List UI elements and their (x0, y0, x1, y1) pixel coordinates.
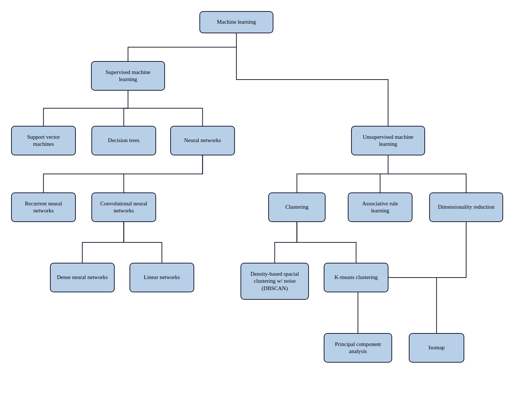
node-decision_trees: Decision trees (91, 126, 156, 155)
node-svm: Support vector machines (11, 126, 76, 155)
node-linear: Linear networks (129, 263, 194, 292)
node-cnn: Convolutional neural networks (91, 192, 156, 222)
node-clustering: Clustering (268, 192, 326, 222)
node-isomap: Isomap (409, 333, 464, 363)
node-unsupervised: Unsupervised machine learning (351, 126, 425, 155)
diagram: Machine learningSupervised machine learn… (0, 0, 532, 393)
node-associative: Associative rule learning (348, 192, 413, 222)
node-dimensionality: Dimensionality reduction (429, 192, 503, 222)
node-neural_networks: Neural networks (170, 126, 235, 155)
node-pca: Principal component analysis (324, 333, 392, 363)
node-kmeans: K-means clustering (324, 263, 388, 292)
node-dense: Dense neural networks (50, 263, 115, 292)
node-dbscan: Density-based spacial clustering w/ nois… (240, 263, 309, 300)
node-machine_learning: Machine learning (199, 11, 273, 33)
node-supervised: Supervised machine learning (91, 61, 165, 91)
node-rnn: Recurrent neural networks (11, 192, 76, 222)
